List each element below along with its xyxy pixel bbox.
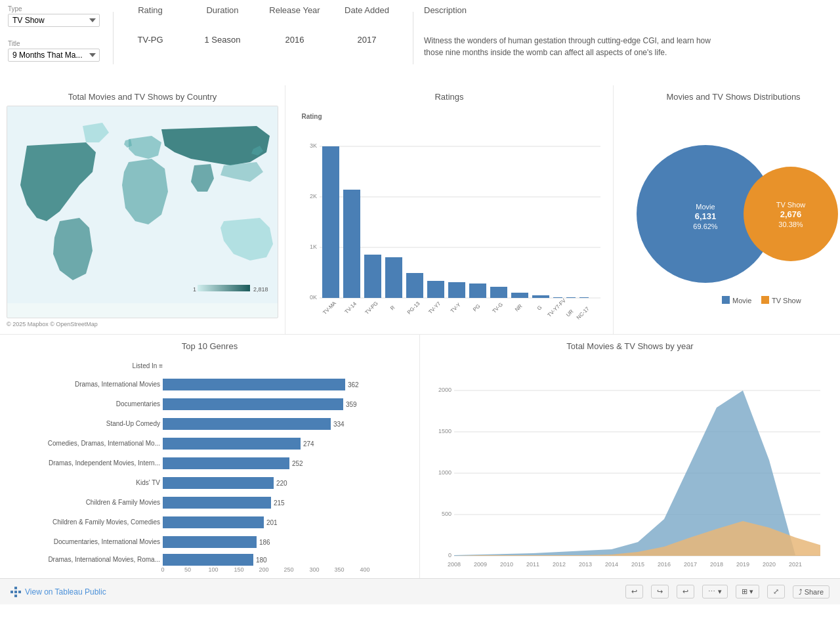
svg-text:Listed In ≡: Listed In ≡ [133, 362, 163, 369]
footer-bar: View on Tableau Public ↩ ↪ ↩ ⋯ ▾ ⊞ ▾ ⤢ ⤴… [0, 578, 840, 604]
title-select[interactable]: 9 Months That Ma... [8, 49, 100, 62]
svg-rect-15 [364, 255, 381, 298]
undo-button[interactable]: ↩ [625, 585, 643, 598]
yearly-svg: 0 500 1000 1500 2000 [427, 355, 833, 572]
svg-text:TV-MA: TV-MA [322, 300, 337, 316]
svg-text:Children & Family Movies: Children & Family Movies [86, 499, 160, 506]
svg-text:PG-13: PG-13 [406, 300, 421, 315]
svg-text:2012: 2012 [553, 561, 566, 568]
svg-text:1500: 1500 [438, 428, 452, 434]
svg-text:2K: 2K [310, 193, 317, 200]
svg-rect-1 [198, 285, 250, 291]
share-icon: ⤴ [799, 588, 803, 596]
svg-text:TV-Y7: TV-Y7 [427, 301, 442, 315]
date-added-value: 2017 [358, 35, 377, 45]
svg-text:TV Show: TV Show [772, 297, 801, 304]
svg-text:Dramas, Independent Movies, In: Dramas, Independent Movies, Intern... [49, 459, 160, 467]
svg-text:6,131: 6,131 [695, 211, 717, 221]
svg-text:0: 0 [161, 566, 164, 572]
svg-text:2000: 2000 [438, 387, 452, 393]
svg-text:3K: 3K [310, 142, 317, 149]
view-mode-button[interactable]: ⊞ ▾ [736, 585, 759, 598]
svg-text:TV-PG: TV-PG [364, 301, 379, 316]
tableau-link[interactable]: View on Tableau Public [10, 587, 106, 597]
svg-text:PG: PG [472, 303, 482, 313]
release-year-column: Release Year 2016 [268, 5, 321, 45]
redo-button[interactable]: ↪ [651, 585, 669, 598]
svg-rect-123 [10, 591, 13, 593]
svg-text:350: 350 [334, 566, 344, 572]
map-footer: © 2025 Mapbox © OpenStreetMap [7, 321, 278, 327]
svg-rect-67 [163, 457, 289, 469]
svg-text:Documentaries, International M: Documentaries, International Movies [54, 538, 160, 545]
svg-text:Rating: Rating [301, 113, 322, 120]
svg-text:220: 220 [276, 480, 287, 487]
svg-text:2018: 2018 [710, 561, 723, 568]
svg-text:2014: 2014 [605, 561, 618, 568]
svg-text:2020: 2020 [763, 561, 776, 568]
svg-rect-22 [511, 293, 528, 298]
tableau-icon [10, 587, 21, 597]
map-panel: Total Movies and TV Shows by Country [0, 85, 285, 334]
yearly-panel: Total Movies & TV Shows by year 0 500 10… [420, 335, 840, 578]
svg-rect-82 [163, 554, 253, 566]
svg-text:TV Show: TV Show [776, 201, 806, 209]
description-column: Description Witness the wonders of human… [424, 5, 832, 58]
svg-text:UR: UR [565, 308, 575, 318]
svg-text:Kids' TV: Kids' TV [136, 479, 160, 486]
ratings-title: Ratings [292, 92, 606, 102]
svg-text:TV-G: TV-G [491, 301, 504, 314]
svg-rect-70 [163, 477, 274, 489]
svg-rect-61 [163, 418, 331, 430]
svg-text:2017: 2017 [684, 561, 697, 568]
svg-text:0K: 0K [310, 294, 317, 301]
fullscreen-button[interactable]: ⤢ [767, 585, 785, 598]
svg-text:Dramas, International Movies, : Dramas, International Movies, Roma... [48, 556, 160, 563]
share-button[interactable]: ⤴ Share [793, 585, 830, 598]
svg-text:Movie: Movie [732, 297, 751, 304]
svg-text:TV-14: TV-14 [344, 301, 358, 315]
svg-text:2021: 2021 [789, 561, 802, 568]
svg-text:1K: 1K [310, 243, 317, 250]
svg-text:150: 150 [234, 566, 243, 572]
svg-rect-121 [14, 591, 17, 593]
svg-text:200: 200 [259, 566, 268, 572]
duration-column: Duration 1 Season [196, 5, 249, 45]
svg-rect-20 [469, 284, 486, 298]
distribution-title: Movies and TV Shows Distributions [620, 92, 840, 102]
header-section: Type TV Show Movie Title 9 Months That M… [0, 0, 840, 85]
duration-value: 1 Season [205, 35, 241, 45]
ratings-panel: Ratings Rating 0K 1K 2K 3K [285, 85, 614, 334]
revert-button[interactable]: ↩ [677, 585, 694, 598]
svg-rect-25 [566, 297, 576, 298]
date-added-column: Date Added 2017 [341, 5, 393, 45]
svg-text:2009: 2009 [474, 561, 487, 568]
svg-text:250: 250 [284, 566, 293, 572]
options-button[interactable]: ⋯ ▾ [702, 585, 727, 598]
map-attribution: © 2025 Mapbox © OpenStreetMap [7, 321, 98, 327]
svg-text:TV-Y: TV-Y [450, 301, 462, 314]
type-filter-group: Type TV Show Movie Title 9 Months That M… [8, 5, 100, 62]
svg-text:2015: 2015 [631, 561, 644, 568]
svg-text:500: 500 [442, 511, 452, 517]
type-select[interactable]: TV Show Movie [8, 14, 100, 27]
svg-text:2013: 2013 [579, 561, 592, 568]
distribution-svg: Movie 6,131 69.62% TV Show 2,676 30.38% … [620, 106, 840, 322]
description-header: Description [424, 5, 832, 15]
svg-text:359: 359 [346, 401, 357, 408]
charts-row-2: Top 10 Genres Listed In ≡ Dramas, Intern… [0, 335, 840, 578]
map-container: 1 2,818 [7, 106, 278, 318]
svg-text:Dramas, International Movies: Dramas, International Movies [75, 381, 160, 388]
svg-rect-49 [722, 296, 730, 304]
genres-svg: Listed In ≡ Dramas, International Movies… [7, 355, 413, 572]
svg-text:TV-Y7-FV: TV-Y7-FV [547, 297, 568, 318]
svg-text:Children & Family Movies, Come: Children & Family Movies, Comedies [52, 518, 160, 526]
svg-text:Stand-Up Comedy: Stand-Up Comedy [106, 420, 160, 427]
type-filter-label: Type [8, 5, 100, 12]
duration-header: Duration [206, 5, 238, 15]
svg-text:180: 180 [256, 556, 267, 564]
charts-row-1: Total Movies and TV Shows by Country [0, 85, 840, 335]
svg-rect-26 [579, 297, 589, 298]
svg-text:215: 215 [274, 499, 285, 507]
svg-text:186: 186 [259, 539, 270, 546]
